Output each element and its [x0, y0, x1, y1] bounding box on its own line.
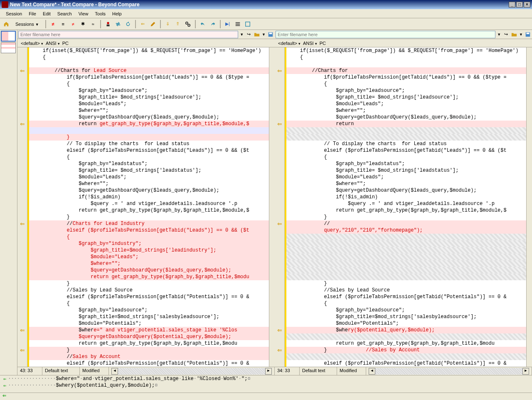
right-open-dropdown[interactable]: ▼: [519, 32, 523, 37]
code-line[interactable]: $graph_title= $mod_strings['leadstatus']…: [29, 167, 269, 174]
right-hscroll-area[interactable]: ◄►: [366, 367, 532, 375]
code-line[interactable]: $where="";: [286, 107, 526, 114]
thumbnail-2[interactable]: [1, 42, 16, 53]
diff-arrow-icon[interactable]: ⇐: [275, 67, 284, 74]
diff-arrow-icon[interactable]: ⇐: [275, 327, 284, 333]
redo-icon[interactable]: [208, 20, 217, 29]
diff-arrow-icon[interactable]: [275, 180, 284, 187]
diff-arrow-icon[interactable]: [275, 154, 284, 160]
left-vscroll[interactable]: [269, 47, 275, 367]
diff-arrow-icon[interactable]: [17, 267, 27, 274]
code-line[interactable]: }: [286, 214, 526, 220]
diff-arrow-icon[interactable]: [17, 81, 27, 87]
diff-arrow-icon[interactable]: [275, 54, 284, 61]
code-line[interactable]: $query=getDashboardQuery($potential_quer…: [29, 333, 269, 340]
diff-arrow-icon[interactable]: [275, 214, 284, 220]
code-line[interactable]: //Charts for Lead Source: [29, 67, 269, 74]
diff-arrow-icon[interactable]: ⇐: [275, 220, 284, 227]
diff-arrow-icon[interactable]: [17, 340, 27, 347]
not-equal-red-icon[interactable]: ≠: [69, 20, 78, 29]
code-line[interactable]: $where="";: [29, 180, 269, 187]
code-line[interactable]: [29, 61, 269, 67]
code-line[interactable]: $graph_title= $mod_strings['leadsource']…: [29, 94, 269, 101]
code-line[interactable]: $module="Leads";: [29, 174, 269, 180]
code-line[interactable]: $graph_title=$mod_strings['leadindustry'…: [29, 247, 269, 254]
diff-arrow-icon[interactable]: [17, 333, 27, 340]
code-line[interactable]: }: [29, 134, 269, 141]
code-line[interactable]: elseif ($profileTabsPermission[getTabid(…: [29, 360, 269, 367]
diff-arrow-icon[interactable]: [17, 353, 27, 360]
code-line[interactable]: }: [29, 280, 269, 287]
diff-arrow-icon[interactable]: [275, 61, 284, 67]
diff-arrow-icon[interactable]: [17, 180, 27, 187]
home-icon[interactable]: [2, 20, 11, 29]
code-line[interactable]: $query=getDashboardQuery($leads_query,$m…: [29, 187, 269, 194]
sessions-dropdown[interactable]: Sessions ▼: [12, 20, 43, 28]
diff-arrow-icon[interactable]: [275, 167, 284, 174]
menu-file[interactable]: File: [25, 10, 39, 17]
right-vscroll[interactable]: [526, 47, 532, 367]
diff-arrow-icon[interactable]: [17, 187, 27, 194]
diff-arrow-icon[interactable]: [275, 134, 284, 141]
code-line[interactable]: if(!$is_admin): [286, 194, 526, 200]
diff-arrow-icon[interactable]: [275, 174, 284, 180]
diff-arrow-icon[interactable]: [17, 87, 27, 94]
code-line[interactable]: if(isset($_REQUEST['from_page']) && $_RE…: [286, 47, 526, 54]
left-syntax-dropdown[interactable]: <default> ▾: [21, 41, 43, 46]
diff-arrow-icon[interactable]: [17, 114, 27, 121]
code-line[interactable]: $module="Leads";: [286, 174, 526, 180]
code-line[interactable]: if($profileTabsPermission[getTabid("Lead…: [29, 74, 269, 81]
code-line[interactable]: $query=getDashboardQuery($leads_query,$m…: [286, 114, 526, 121]
left-hscroll-area[interactable]: ◄►: [109, 367, 275, 375]
code-line[interactable]: $module="Potentials";: [29, 320, 269, 327]
menu-session[interactable]: Session: [2, 10, 25, 17]
diff-arrow-icon[interactable]: [17, 254, 27, 260]
code-line[interactable]: }: [29, 347, 269, 353]
swap-icon[interactable]: [113, 20, 123, 29]
thumbnail-1[interactable]: [1, 31, 16, 42]
code-line[interactable]: }: [286, 280, 526, 287]
code-line[interactable]: [286, 353, 526, 360]
code-line[interactable]: $module="Leads";: [29, 254, 269, 260]
menu-help[interactable]: Help: [109, 10, 125, 17]
left-open-icon[interactable]: [254, 31, 260, 38]
diff-arrow-icon[interactable]: [275, 340, 284, 347]
left-open-dropdown[interactable]: ▼: [262, 32, 266, 37]
not-equal-icon[interactable]: ≠: [49, 20, 58, 29]
diff-arrow-icon[interactable]: [17, 160, 27, 167]
diff-arrow-icon[interactable]: [17, 61, 27, 67]
code-line[interactable]: $graph_title= $mod_strings['leadsource']…: [286, 94, 526, 101]
diff-arrow-icon[interactable]: [275, 267, 284, 274]
code-line[interactable]: elseif ($profileTabsPermission[getTabid(…: [29, 227, 269, 234]
code-line[interactable]: return get_graph_by_type($graph_by,$grap…: [29, 207, 269, 214]
code-line[interactable]: [286, 333, 526, 340]
code-line[interactable]: $module="Leads";: [286, 101, 526, 107]
menu-edit[interactable]: Edit: [39, 10, 54, 17]
diff-arrow-icon[interactable]: ⇐: [17, 121, 27, 127]
diff-arrow-icon[interactable]: [275, 141, 284, 147]
code-line[interactable]: $graph_by="leadstatus";: [286, 160, 526, 167]
code-line[interactable]: $where="";: [29, 260, 269, 267]
code-line[interactable]: $where="";: [29, 107, 269, 114]
left-file-input[interactable]: [18, 31, 238, 38]
diff-arrow-icon[interactable]: [275, 280, 284, 287]
diff-arrow-icon[interactable]: [275, 333, 284, 340]
right-code-area[interactable]: if(isset($_REQUEST['from_page']) && $_RE…: [285, 47, 526, 367]
right-dropdown-icon[interactable]: ▼: [497, 32, 501, 37]
diff-arrow-icon[interactable]: [275, 87, 284, 94]
diff-arrow-icon[interactable]: [17, 107, 27, 114]
diff-arrow-icon[interactable]: [275, 81, 284, 87]
diff-arrow-icon[interactable]: [17, 247, 27, 254]
diff-arrow-icon[interactable]: [17, 134, 27, 141]
diff-arrow-icon[interactable]: [17, 54, 27, 61]
undo-icon[interactable]: [198, 20, 207, 29]
code-line[interactable]: //Sales by Lead Source: [29, 287, 269, 294]
code-line[interactable]: $query=getDashboardQuery($leads_query,$m…: [29, 267, 269, 274]
copy-up-icon[interactable]: ⇑: [173, 20, 182, 29]
code-line[interactable]: [286, 127, 526, 134]
close-button[interactable]: ×: [524, 2, 530, 7]
diff-arrow-icon[interactable]: [275, 147, 284, 154]
diff-arrow-icon[interactable]: ⇐: [275, 121, 284, 127]
diff-arrow-icon[interactable]: [17, 274, 27, 280]
code-line[interactable]: return get_graph_by_type($graph_by,$grap…: [286, 207, 526, 214]
